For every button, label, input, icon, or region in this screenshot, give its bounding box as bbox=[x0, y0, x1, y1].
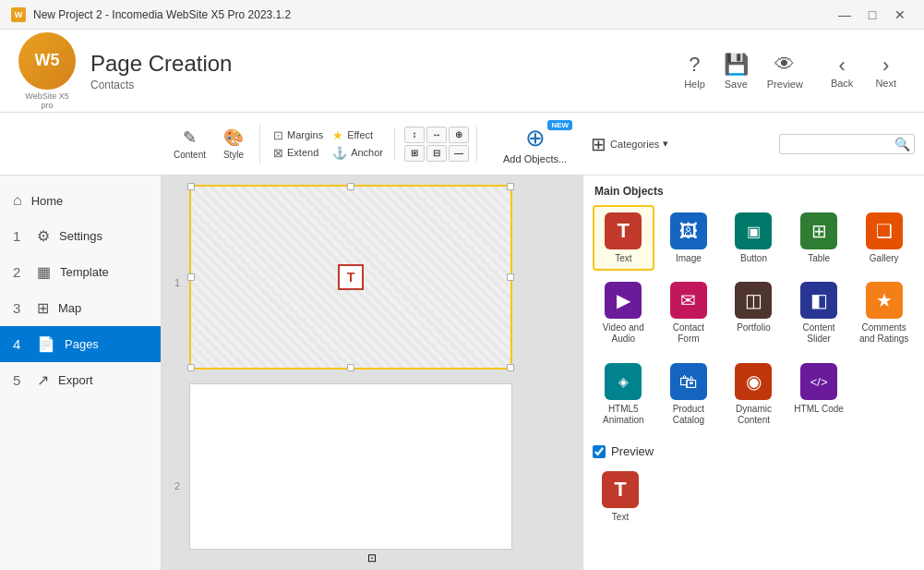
back-icon: ‹ bbox=[838, 54, 845, 78]
htmlcode-icon: </> bbox=[800, 363, 837, 400]
margins-button[interactable]: ⊡ Margins bbox=[270, 127, 327, 143]
obj-gallery-label: Gallery bbox=[870, 253, 899, 263]
sidebar-item-home[interactable]: ⌂ Home bbox=[0, 183, 161, 218]
sidebar-item-label: Map bbox=[58, 301, 81, 315]
help-button[interactable]: ? Help bbox=[684, 53, 705, 90]
obj-text[interactable]: T Text bbox=[593, 205, 654, 271]
page-title: Page Creation bbox=[90, 51, 232, 77]
button-icon: ▣ bbox=[735, 212, 772, 249]
obj-button-label: Button bbox=[740, 253, 767, 263]
effect-button[interactable]: ★ Effect bbox=[329, 127, 387, 143]
handle-tl[interactable] bbox=[187, 183, 195, 190]
new-badge: NEW bbox=[547, 120, 572, 130]
categories-icon: ⊞ bbox=[591, 133, 606, 155]
scroll-icon: ⊡ bbox=[367, 552, 377, 564]
handle-tr[interactable] bbox=[507, 183, 514, 190]
text-object[interactable]: T bbox=[338, 264, 364, 290]
obj-table-label: Table bbox=[808, 253, 830, 263]
preview-checkbox[interactable] bbox=[593, 445, 606, 458]
content-button[interactable]: ✎ Content bbox=[166, 124, 213, 164]
sidebar-item-settings[interactable]: 1 ⚙ Settings bbox=[0, 218, 161, 254]
toolbar-small-items2: ★ Effect ⚓ Anchor bbox=[329, 127, 387, 161]
row2-canvas bbox=[189, 383, 512, 550]
next-icon: › bbox=[882, 54, 889, 78]
obj-catalog[interactable]: 🛍 Product Catalog bbox=[658, 356, 720, 433]
scroll-indicator: ⊡ bbox=[367, 552, 377, 564]
window-controls: — □ ✕ bbox=[832, 2, 913, 28]
obj-comments-label: Comments and Ratings bbox=[857, 322, 911, 345]
toolbar-content-group: ✎ Content 🎨 Style bbox=[166, 124, 260, 164]
next-button[interactable]: › Next bbox=[866, 50, 906, 92]
sidebar-item-export[interactable]: 5 ↗ Export bbox=[0, 362, 161, 398]
toolbar-layout-group: ⊡ Margins ⊠ Extend ★ Effect ⚓ Anchor bbox=[270, 127, 395, 161]
handle-bl[interactable] bbox=[187, 364, 195, 371]
obj-gallery[interactable]: ❑ Gallery bbox=[853, 205, 915, 271]
row1-label: 1 bbox=[174, 277, 180, 288]
add-objects-button[interactable]: NEW ⊕ Add Objects... bbox=[494, 118, 576, 170]
handle-mr[interactable] bbox=[507, 273, 514, 281]
obj-video[interactable]: ▶ Video and Audio bbox=[593, 274, 654, 352]
extend-icon: ⊠ bbox=[273, 146, 283, 160]
align-btn-3[interactable]: ⊕ bbox=[449, 127, 469, 143]
logo-area: W5 WebSite X5 pro bbox=[18, 32, 76, 110]
obj-portfolio[interactable]: ◫ Portfolio bbox=[723, 274, 785, 352]
align-btn-5[interactable]: ⊟ bbox=[426, 145, 447, 162]
sidebar-item-pages[interactable]: 4 📄 Pages bbox=[0, 326, 161, 362]
close-button[interactable]: ✕ bbox=[887, 2, 913, 28]
style-icon: 🎨 bbox=[223, 127, 244, 148]
sidebar-item-map[interactable]: 3 ⊞ Map bbox=[0, 290, 161, 326]
handle-tm[interactable] bbox=[347, 183, 354, 190]
search-input[interactable] bbox=[784, 138, 894, 151]
handle-br[interactable] bbox=[507, 364, 514, 371]
anchor-button[interactable]: ⚓ Anchor bbox=[329, 145, 387, 161]
categories-button[interactable]: ⊞ Categories ▾ bbox=[583, 127, 676, 161]
dynamic-icon: ◉ bbox=[735, 363, 772, 400]
obj-slider-label: Content Slider bbox=[792, 322, 846, 345]
add-objects-icon: ⊕ bbox=[525, 124, 546, 152]
minimize-button[interactable]: — bbox=[832, 2, 858, 28]
preview-icon: 👁 bbox=[774, 53, 795, 77]
obj-comments[interactable]: ★ Comments and Ratings bbox=[853, 274, 915, 352]
handle-ml[interactable] bbox=[187, 273, 195, 281]
handle-bm[interactable] bbox=[347, 364, 354, 371]
search-icon[interactable]: 🔍 bbox=[894, 137, 910, 152]
extend-button[interactable]: ⊠ Extend bbox=[270, 145, 327, 161]
contact-icon: ✉ bbox=[670, 282, 707, 319]
maximize-button[interactable]: □ bbox=[859, 2, 885, 28]
obj-slider[interactable]: ◧ Content Slider bbox=[788, 274, 850, 352]
selected-cell[interactable]: T bbox=[189, 185, 512, 370]
objects-panel: Main Objects T Text 🖼 Image ▣ Button ⊞ T… bbox=[582, 176, 924, 570]
sidebar-item-template[interactable]: 2 ▦ Template bbox=[0, 254, 161, 290]
obj-image[interactable]: 🖼 Image bbox=[658, 205, 720, 271]
table-icon: ⊞ bbox=[800, 212, 837, 249]
catalog-icon: 🛍 bbox=[670, 363, 707, 400]
obj-table[interactable]: ⊞ Table bbox=[788, 205, 850, 271]
header: W5 WebSite X5 pro Page Creation Contacts… bbox=[0, 30, 924, 113]
settings-icon: ⚙ bbox=[37, 227, 50, 245]
obj-htmlcode[interactable]: </> HTML Code bbox=[788, 356, 850, 433]
align-btn-4[interactable]: ⊞ bbox=[404, 145, 425, 162]
objects-grid: T Text 🖼 Image ▣ Button ⊞ Table ❑ Galler… bbox=[593, 205, 915, 433]
preview-header: Preview bbox=[593, 444, 915, 458]
video-icon: ▶ bbox=[605, 282, 642, 319]
toolbar: ✎ Content 🎨 Style ⊡ Margins ⊠ Extend ★ E… bbox=[0, 113, 924, 176]
save-button[interactable]: 💾 Save bbox=[724, 53, 749, 90]
align-btn-1[interactable]: ↕ bbox=[404, 127, 425, 143]
obj-button[interactable]: ▣ Button bbox=[723, 205, 785, 271]
obj-dynamic-label: Dynamic Content bbox=[726, 404, 781, 426]
sidebar-item-label: Pages bbox=[65, 337, 99, 351]
align-btn-6[interactable]: — bbox=[449, 145, 469, 162]
style-button[interactable]: 🎨 Style bbox=[215, 124, 252, 164]
window-title: New Project 2 - Incomedia WebSite X5 Pro… bbox=[33, 8, 291, 21]
slider-icon: ◧ bbox=[800, 282, 837, 319]
preview-button[interactable]: 👁 Preview bbox=[767, 53, 803, 90]
back-button[interactable]: ‹ Back bbox=[822, 50, 862, 92]
preview-label: Preview bbox=[611, 444, 654, 458]
obj-html5[interactable]: ◈ HTML5 Animation bbox=[593, 356, 654, 433]
obj-contact[interactable]: ✉ Contact Form bbox=[658, 274, 720, 352]
text-icon: T bbox=[605, 212, 642, 249]
content-icon: ✎ bbox=[183, 127, 197, 148]
align-btn-2[interactable]: ↔ bbox=[426, 127, 447, 143]
obj-dynamic[interactable]: ◉ Dynamic Content bbox=[723, 356, 785, 433]
obj-contact-label: Contact Form bbox=[662, 322, 716, 345]
